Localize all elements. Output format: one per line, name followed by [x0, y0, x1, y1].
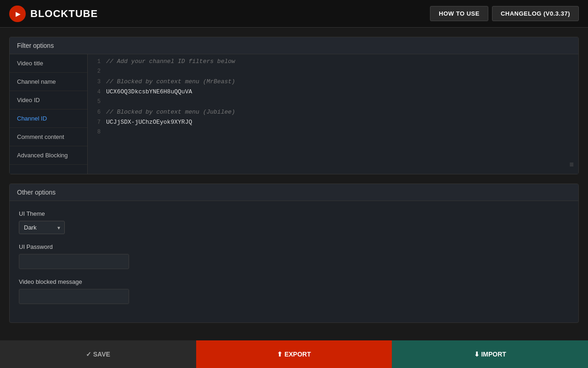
- logo-area: BLOCKTUBE: [9, 6, 98, 22]
- code-line-5: 5: [88, 98, 578, 109]
- tab-video-id[interactable]: Video ID: [10, 91, 87, 109]
- code-line-7: 7 UCJjSDX-jUChzOEyok9XYRJQ: [88, 119, 578, 129]
- code-line-4: 4 UCX6OQ3DkcsbYNE6H8uQQuVA: [88, 88, 578, 98]
- tab-advanced-blocking-label: Advanced Blocking: [17, 152, 68, 159]
- filter-options-panel: Filter options Video title Channel name …: [9, 37, 579, 174]
- line-number-2: 2: [88, 68, 106, 75]
- header-buttons: HOW TO USE CHANGELOG (V0.3.37): [430, 6, 579, 21]
- ui-password-label: UI Password: [19, 243, 569, 250]
- save-label: ✓ SAVE: [86, 351, 110, 358]
- tab-comment-content[interactable]: Comment content: [10, 128, 87, 146]
- tab-channel-id-label: Channel ID: [17, 115, 47, 122]
- ui-password-group: UI Password: [19, 243, 569, 269]
- line-number-4: 4: [88, 89, 106, 95]
- theme-select-wrapper: Dark Light ▼: [19, 221, 65, 234]
- line-number-6: 6: [88, 109, 106, 115]
- code-line-1: 1 // Add your channel ID filters below: [88, 58, 578, 68]
- code-editor[interactable]: 1 // Add your channel ID filters below 2…: [88, 54, 578, 174]
- code-line-2: 2: [88, 68, 578, 78]
- app-header: BLOCKTUBE HOW TO USE CHANGELOG (V0.3.37): [0, 0, 588, 28]
- tab-channel-name[interactable]: Channel name: [10, 73, 87, 91]
- logo-icon: [9, 6, 26, 22]
- export-label: ⬆ EXPORT: [277, 351, 311, 358]
- changelog-button[interactable]: CHANGELOG (V0.3.37): [492, 6, 579, 21]
- save-button[interactable]: ✓ SAVE: [0, 340, 196, 368]
- line-content-1: // Add your channel ID filters below: [106, 58, 578, 65]
- tab-channel-id[interactable]: Channel ID: [10, 109, 87, 128]
- filter-options-header: Filter options: [10, 37, 578, 54]
- import-label: ⬇ IMPORT: [474, 351, 506, 358]
- export-button[interactable]: ⬆ EXPORT: [196, 340, 392, 368]
- line-number-7: 7: [88, 119, 106, 126]
- tab-video-title-label: Video title: [17, 60, 43, 67]
- scrollbar-indicator: ≡: [569, 161, 574, 169]
- filter-tabs: Video title Channel name Video ID Channe…: [10, 54, 88, 174]
- line-content-4: UCX6OQ3DkcsbYNE6H8uQQuVA: [106, 88, 578, 95]
- how-to-use-button[interactable]: HOW TO USE: [430, 6, 488, 21]
- ui-password-input[interactable]: [19, 254, 129, 269]
- video-blocked-message-label: Video blocked message: [19, 278, 569, 285]
- import-button[interactable]: ⬇ IMPORT: [392, 340, 588, 368]
- code-content: 1 // Add your channel ID filters below 2…: [88, 54, 578, 143]
- line-content-3: // Blocked by context menu (MrBeast): [106, 78, 578, 85]
- app-title: BLOCKTUBE: [30, 8, 98, 20]
- tab-comment-content-label: Comment content: [17, 133, 64, 140]
- bottom-toolbar: ✓ SAVE ⬆ EXPORT ⬇ IMPORT: [0, 340, 588, 368]
- other-options-panel: Other options UI Theme Dark Light ▼ UI P…: [9, 184, 579, 323]
- tab-advanced-blocking[interactable]: Advanced Blocking: [10, 146, 87, 165]
- line-number-8: 8: [88, 129, 106, 135]
- filter-options-title: Filter options: [17, 42, 54, 49]
- code-line-8: 8: [88, 129, 578, 139]
- filter-body: Video title Channel name Video ID Channe…: [10, 54, 578, 174]
- tab-video-id-label: Video ID: [17, 97, 40, 104]
- line-content-7: UCJjSDX-jUChzOEyok9XYRJQ: [106, 119, 578, 126]
- line-number-5: 5: [88, 98, 106, 105]
- line-content-6: // Blocked by context menu (Jubilee): [106, 109, 578, 115]
- video-blocked-message-group: Video blocked message: [19, 278, 569, 304]
- other-options-body: UI Theme Dark Light ▼ UI Password Video …: [10, 201, 578, 322]
- ui-theme-group: UI Theme Dark Light ▼: [19, 210, 569, 234]
- ui-theme-label: UI Theme: [19, 210, 569, 217]
- video-blocked-message-input[interactable]: [19, 289, 129, 304]
- code-line-6: 6 // Blocked by context menu (Jubilee): [88, 109, 578, 119]
- main-content: Filter options Video title Channel name …: [0, 28, 588, 340]
- tab-video-title[interactable]: Video title: [10, 54, 87, 73]
- theme-select[interactable]: Dark Light: [19, 221, 65, 234]
- other-options-title: Other options: [17, 189, 56, 196]
- line-number-3: 3: [88, 79, 106, 85]
- other-options-header: Other options: [10, 184, 578, 201]
- code-line-3: 3 // Blocked by context menu (MrBeast): [88, 78, 578, 88]
- line-number-1: 1: [88, 58, 106, 65]
- tab-channel-name-label: Channel name: [17, 78, 56, 85]
